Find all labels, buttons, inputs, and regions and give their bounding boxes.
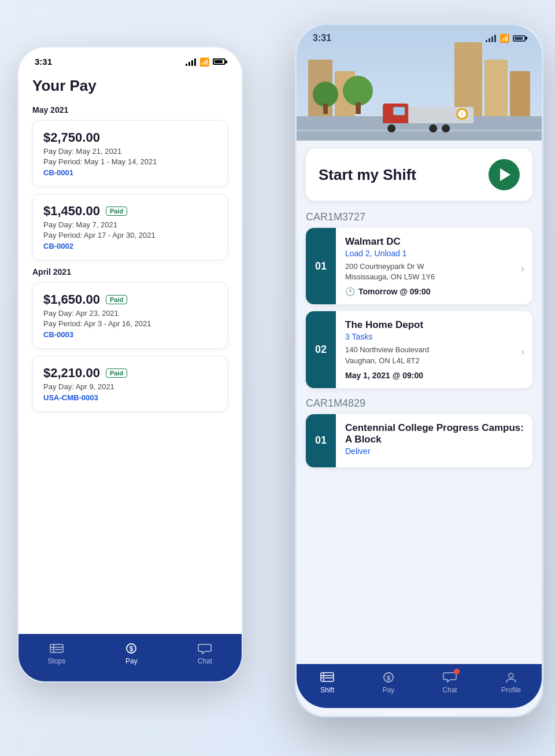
pay-day: Pay Day: Apr 9, 2021 (43, 382, 217, 391)
nav-shift[interactable]: Shift (310, 671, 345, 694)
profile-icon (504, 671, 519, 684)
tree-mid (343, 76, 373, 114)
paid-badge: Paid (106, 295, 127, 304)
stop-name: Centennial College Progress Campus: A Bl… (345, 422, 524, 445)
pay-day: Pay Day: May 21, 2021 (43, 147, 217, 156)
pay-ref[interactable]: USA-CMB-0003 (43, 393, 217, 402)
chevron-right-icon: › (521, 263, 524, 275)
chevron-right-icon: › (521, 346, 524, 358)
status-bar-front: 3:31 📶 (297, 33, 542, 43)
pay-period: Pay Period: May 1 - May 14, 2021 (43, 157, 217, 166)
stop-tasks: Load 2, Unload 1 (345, 249, 524, 258)
pay-amount: $1,450.00 Paid (43, 204, 217, 219)
pay-card: $2,210.00 Paid Pay Day: Apr 9, 2021 USA-… (32, 356, 228, 412)
signal-icon (186, 58, 196, 66)
bottom-nav-back: Stops $ Pay Chat (18, 634, 242, 681)
stop-number: 01 (306, 228, 336, 304)
tree-left (313, 82, 338, 114)
page-title: Your Pay (32, 77, 228, 95)
nav-pay-front[interactable]: $ Pay (371, 671, 406, 694)
nav-chat-front[interactable]: Chat (432, 671, 467, 694)
pay-card: $1,450.00 Paid Pay Day: May 7, 2021 Pay … (32, 194, 228, 260)
pay-period: Pay Period: Apr 17 - Apr 30, 2021 (43, 231, 217, 239)
paid-badge: Paid (106, 368, 127, 378)
start-shift-bar[interactable]: Start my Shift (306, 149, 532, 201)
bottom-nav-front: Shift $ Pay Chat (297, 664, 542, 708)
status-bar-back: 3:31 📶 (18, 47, 242, 71)
start-shift-label: Start my Shift (319, 166, 416, 184)
nav-pay[interactable]: $ Pay (124, 642, 139, 665)
svg-point-14 (509, 673, 513, 678)
wifi-icon: 📶 (199, 57, 209, 67)
battery-icon (213, 58, 225, 65)
route-label-2: CAR1M4829 (297, 395, 542, 414)
pay-day: Pay Day: May 7, 2021 (43, 220, 217, 229)
battery-icon-front (513, 35, 526, 42)
clock-icon: 🕐 (345, 287, 355, 296)
stop-address-line1: 140 Northview Boulevard (345, 345, 429, 355)
stop-card-partial[interactable]: 01 Centennial College Progress Campus: A… (306, 414, 532, 467)
status-icons-back: 📶 (186, 57, 225, 67)
nav-stops-label: Stops (48, 657, 66, 665)
stop-number: 02 (306, 311, 336, 388)
stop-name: The Home Depot (345, 319, 524, 331)
pay-period: Pay Period: Apr 3 - Apr 16, 2021 (43, 319, 217, 328)
stop-card[interactable]: 02 The Home Depot 3 Tasks 140 Northview … (306, 311, 532, 388)
nav-chat-label-back: Chat (198, 657, 212, 665)
pay-card: $2,750.00 Pay Day: May 21, 2021 Pay Peri… (32, 120, 228, 187)
stop-details: Walmart DC Load 2, Unload 1 200 Courtney… (336, 228, 532, 304)
pay-card: $1,650.00 Paid Pay Day: Apr 23, 2021 Pay… (32, 282, 228, 349)
home-indicator (382, 713, 457, 716)
svg-rect-0 (50, 644, 63, 652)
stop-time: May 1, 2021 @ 09:00 (345, 371, 524, 380)
stop-name: Walmart DC (345, 236, 524, 248)
pay-content: Your Pay May 2021 $2,750.00 Pay Day: May… (18, 71, 242, 634)
month-label-may: May 2021 (32, 105, 228, 115)
stop-details: The Home Depot 3 Tasks 140 Northview Bou… (336, 311, 532, 388)
phone-back: 3:31 📶 Your Pay May 2021 (17, 46, 243, 683)
month-label-april: April 2021 (32, 267, 228, 276)
stop-tasks: Deliver (345, 447, 524, 456)
nav-chat-back[interactable]: Chat (197, 642, 212, 665)
play-icon (500, 168, 510, 181)
paid-badge: Paid (106, 206, 127, 216)
stop-address-line2: Mississauga, ON L5W 1Y6 (345, 272, 435, 282)
nav-stops[interactable]: Stops (48, 642, 66, 665)
shift-icon (320, 671, 335, 684)
pay-amount: $2,750.00 (43, 130, 217, 145)
stop-tasks: 3 Tasks (345, 332, 524, 341)
pay-ref[interactable]: CB-0001 (43, 168, 217, 177)
nav-shift-label: Shift (320, 686, 334, 694)
route-label-1: CAR1M3727 (297, 209, 542, 228)
nav-pay-label: Pay (125, 657, 138, 665)
hero-area: ! 3:31 (297, 25, 542, 141)
shift-content: Start my Shift CAR1M3727 01 Walmart DC L… (297, 141, 542, 664)
stop-details: Centennial College Progress Campus: A Bl… (336, 414, 532, 467)
pay-amount: $1,650.00 Paid (43, 292, 217, 307)
chat-notification-badge (454, 669, 460, 674)
stop-address-line1: 200 Courtneypark Dr W (345, 261, 435, 272)
nav-profile-label: Profile (501, 686, 521, 694)
status-time-front: 3:31 (313, 33, 331, 43)
nav-profile[interactable]: Profile (494, 671, 528, 694)
phone-front: ! 3:31 (295, 23, 543, 717)
stop-number: 01 (306, 414, 336, 467)
stop-time: 🕐 Tomorrow @ 09:00 (345, 287, 524, 296)
play-button[interactable] (489, 159, 520, 190)
truck: ! (383, 104, 473, 132)
stop-address-line2: Vaughan, ON L4L 8T2 (345, 356, 429, 366)
nav-chat-label-front: Chat (442, 686, 457, 694)
chat-icon-front (442, 671, 457, 684)
svg-rect-7 (321, 673, 334, 681)
status-time-back: 3:31 (35, 57, 52, 67)
svg-text:$: $ (387, 674, 390, 681)
pay-icon-front: $ (381, 671, 396, 684)
pay-day: Pay Day: Apr 23, 2021 (43, 309, 217, 318)
pay-amount: $2,210.00 Paid (43, 366, 217, 381)
pay-ref[interactable]: CB-0003 (43, 330, 217, 339)
status-icons-front: 📶 (486, 34, 526, 43)
pay-ref[interactable]: CB-0002 (43, 242, 217, 250)
nav-pay-label-front: Pay (383, 686, 395, 694)
stop-card[interactable]: 01 Walmart DC Load 2, Unload 1 200 Court… (306, 228, 532, 304)
signal-icon-front (486, 34, 496, 42)
